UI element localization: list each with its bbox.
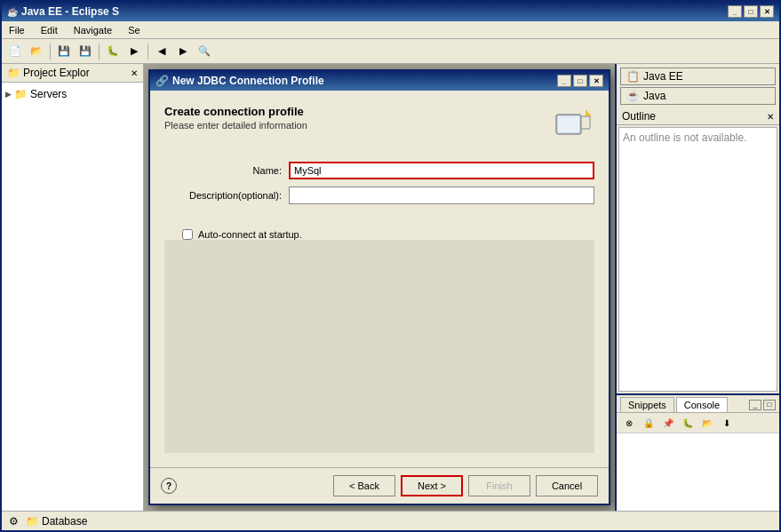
console-open[interactable]: 📂 [698, 415, 716, 431]
servers-label: Servers [30, 88, 67, 100]
folder-icon: 📁 [14, 88, 28, 100]
name-row: Name: [164, 162, 594, 179]
dialog-minimize[interactable]: _ [557, 75, 571, 87]
dialog-header-text: Create connection profile Please enter d… [164, 105, 552, 131]
servers-tree-item[interactable]: ▶ 📁 Servers [5, 86, 139, 102]
save-button[interactable]: 💾 [54, 42, 74, 61]
dialog-header-title: Create connection profile [164, 105, 552, 118]
name-label: Name: [164, 165, 289, 176]
java-perspective[interactable]: ☕ Java [620, 87, 776, 105]
auto-connect-label: Auto-connect at startup. [198, 229, 302, 240]
main-area: 📁 Project Explor ✕ ▶ 📁 Servers [2, 64, 779, 511]
java-icon: ☕ [626, 90, 640, 102]
dialog-icon: 🔗 [155, 75, 169, 87]
toolbar-separator-1 [50, 44, 51, 60]
description-label: Description(optional): [164, 190, 289, 201]
save-all-button[interactable]: 💾 [76, 42, 95, 61]
toolbar-separator-2 [99, 44, 100, 60]
right-top-panel: 📋 Java EE ☕ Java Outline ✕ An outline is… [617, 64, 779, 395]
dialog-footer: ? < Back Next > Finish Cancel [150, 467, 609, 504]
next-button[interactable]: Next > [401, 475, 463, 496]
cancel-button[interactable]: Cancel [536, 475, 598, 496]
title-bar: ☕ Java EE - Eclipse S _ □ ✕ [2, 2, 779, 21]
console-scroll-lock[interactable]: 🔒 [640, 415, 657, 431]
dialog-header-subtitle: Please enter detailed information [164, 120, 552, 131]
back-history-button[interactable]: ◀ [152, 42, 171, 61]
right-bottom-minimize[interactable]: _ [749, 400, 761, 410]
outline-close[interactable]: ✕ [767, 112, 774, 122]
project-explorer-label: 📁 Project Explor [7, 67, 90, 79]
project-explorer-tab[interactable]: 📁 Project Explor ✕ [2, 64, 143, 83]
console-debug[interactable]: 🐛 [679, 415, 697, 431]
menu-navigate[interactable]: Navigate [70, 23, 116, 37]
dialog-title-bar: 🔗 New JDBC Connection Profile _ □ ✕ [150, 71, 609, 91]
eclipse-icon: ☕ [7, 7, 18, 17]
description-input[interactable] [289, 187, 594, 204]
eclipse-window: ☕ Java EE - Eclipse S _ □ ✕ File Edit Na… [0, 0, 781, 532]
open-button[interactable]: 📂 [27, 42, 46, 61]
back-button[interactable]: < Back [333, 475, 395, 496]
dialog-content-area [164, 240, 594, 453]
status-bar: ⚙ 📁 Database [2, 511, 779, 530]
search-global-button[interactable]: 🔍 [195, 42, 214, 61]
dialog-overlay: 🔗 New JDBC Connection Profile _ □ ✕ [144, 64, 615, 511]
dialog-maximize[interactable]: □ [573, 75, 587, 87]
svg-rect-3 [581, 116, 590, 129]
name-input[interactable] [289, 162, 594, 179]
right-bottom-panel: Snippets Console _ □ ⊗ 🔒 📌 🐛 📂 ⬇ [617, 395, 779, 511]
java-label: Java [643, 90, 665, 102]
outline-message: An outline is not available. [623, 131, 746, 144]
left-panel: 📁 Project Explor ✕ ▶ 📁 Servers [2, 64, 144, 511]
database-label: Database [42, 515, 87, 528]
java-ee-perspective[interactable]: 📋 Java EE [620, 67, 776, 85]
auto-connect-checkbox[interactable] [182, 229, 193, 240]
window-title: Java EE - Eclipse S [21, 5, 119, 18]
menu-search[interactable]: Se [124, 23, 143, 37]
help-button[interactable]: ? [161, 478, 177, 494]
toolbar: 📄 📂 💾 💾 🐛 ▶ ◀ ▶ 🔍 [2, 39, 779, 64]
run-button[interactable]: ▶ [124, 42, 144, 61]
perspective-bar: 📋 Java EE ☕ Java [617, 64, 779, 108]
bottom-tabs: Snippets Console _ □ [617, 395, 779, 413]
dialog-header-icon [552, 105, 594, 147]
console-tab[interactable]: Console [676, 397, 728, 412]
console-pin[interactable]: 📌 [659, 415, 677, 431]
menu-file[interactable]: File [5, 23, 28, 37]
window-controls: _ □ ✕ [728, 5, 774, 18]
minimize-button[interactable]: _ [728, 5, 742, 18]
project-explorer-icon: 📁 [7, 67, 20, 79]
dialog-title: New JDBC Connection Profile [172, 75, 324, 87]
auto-connect-row: Auto-connect at startup. [182, 229, 594, 240]
close-button[interactable]: ✕ [760, 5, 774, 18]
menu-edit[interactable]: Edit [37, 23, 61, 37]
right-bottom-maximize[interactable]: □ [763, 400, 776, 410]
new-button[interactable]: 📄 [5, 42, 25, 61]
outline-title: Outline [622, 110, 656, 123]
connection-icon-svg [554, 107, 592, 145]
snippets-tab[interactable]: Snippets [620, 397, 674, 412]
svg-rect-1 [558, 116, 579, 132]
status-database: 📁 Database [26, 515, 87, 528]
project-explorer-content: ▶ 📁 Servers [2, 83, 143, 511]
java-ee-icon: 📋 [626, 70, 640, 83]
console-settings[interactable]: ⬇ [718, 415, 736, 431]
finish-button[interactable]: Finish [468, 475, 530, 496]
new-jdbc-dialog: 🔗 New JDBC Connection Profile _ □ ✕ [148, 69, 610, 505]
dialog-header: Create connection profile Please enter d… [164, 105, 594, 147]
project-explorer-text: Project Explor [23, 67, 90, 79]
center-area: 🔗 New JDBC Connection Profile _ □ ✕ [144, 64, 615, 511]
dialog-footer-left: ? [161, 478, 177, 494]
status-gear-icon: ⚙ [9, 515, 19, 528]
forward-history-button[interactable]: ▶ [173, 42, 193, 61]
description-row: Description(optional): [164, 187, 594, 204]
debug-button[interactable]: 🐛 [103, 42, 123, 61]
console-clear[interactable]: ⊗ [620, 415, 638, 431]
dialog-controls: _ □ ✕ [557, 75, 603, 87]
maximize-button[interactable]: □ [744, 5, 758, 18]
dialog-close[interactable]: ✕ [589, 75, 603, 87]
right-panels: 📋 Java EE ☕ Java Outline ✕ An outline is… [615, 64, 779, 511]
expand-icon: ▶ [5, 90, 12, 99]
project-explorer-close[interactable]: ✕ [131, 68, 138, 78]
svg-marker-2 [586, 109, 592, 116]
outline-panel: An outline is not available. [618, 127, 777, 392]
